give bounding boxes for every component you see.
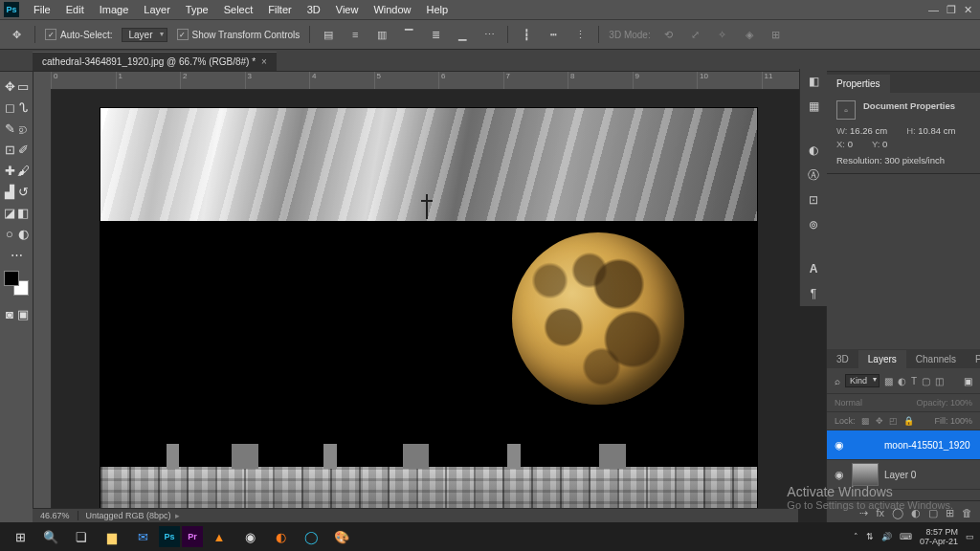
menu-edit[interactable]: Edit bbox=[59, 2, 91, 17]
edit-toolbar-icon[interactable]: ⋯ bbox=[3, 244, 30, 265]
align-left-icon[interactable]: ▤ bbox=[320, 26, 337, 43]
3d-scale-icon[interactable]: ⊞ bbox=[768, 26, 785, 43]
clone-tool-icon[interactable]: ▟ bbox=[3, 181, 16, 202]
blend-mode-dropdown[interactable]: Normal bbox=[835, 398, 862, 408]
tray-volume-icon[interactable]: 🔊 bbox=[881, 532, 892, 541]
document-canvas[interactable] bbox=[100, 108, 757, 525]
brush-tool-icon[interactable]: 🖌 bbox=[16, 160, 30, 181]
ruler-vertical[interactable] bbox=[33, 89, 52, 525]
styles-panel-icon[interactable]: Ⓐ bbox=[800, 163, 827, 187]
menu-filter[interactable]: Filter bbox=[261, 2, 298, 17]
blur-tool-icon[interactable]: ○ bbox=[3, 223, 16, 244]
align-center-v-icon[interactable]: ≣ bbox=[427, 26, 444, 43]
ruler-horizontal[interactable]: 01234567891011 bbox=[51, 72, 826, 90]
document-info[interactable]: Untagged RGB (8bpc) bbox=[86, 511, 171, 520]
search-icon[interactable]: 🔍 bbox=[36, 523, 65, 550]
tray-network-icon[interactable]: ⇅ bbox=[866, 532, 874, 541]
lock-pixels-icon[interactable]: ▩ bbox=[861, 416, 870, 426]
distribute-h-icon[interactable]: ┇ bbox=[518, 26, 535, 43]
paint-icon[interactable]: 🎨 bbox=[327, 523, 356, 550]
ruler-origin[interactable] bbox=[33, 72, 52, 90]
filter-toggle-icon[interactable]: ▣ bbox=[964, 376, 972, 386]
menu-view[interactable]: View bbox=[329, 2, 366, 17]
layer-name-label[interactable]: Layer 0 bbox=[884, 470, 916, 480]
tray-notifications-icon[interactable]: ▭ bbox=[966, 532, 974, 541]
filter-shape-icon[interactable]: ▢ bbox=[922, 376, 930, 386]
gradient-tool-icon[interactable]: ◧ bbox=[16, 202, 30, 223]
filter-type-icon[interactable]: T bbox=[911, 376, 917, 386]
layer-filter-kind-dropdown[interactable]: Kind bbox=[845, 374, 880, 387]
start-button-icon[interactable]: ⊞ bbox=[6, 523, 34, 550]
layer-name-label[interactable]: moon-415501_1920 bbox=[884, 440, 970, 451]
layer-visibility-icon[interactable]: ◉ bbox=[833, 469, 846, 481]
artboard-tool-icon[interactable]: ▭ bbox=[16, 76, 30, 97]
tray-language-icon[interactable]: ⌨ bbox=[900, 532, 912, 541]
3d-roll-icon[interactable]: ⤢ bbox=[687, 26, 704, 43]
learn-panel-icon[interactable]: ⊚ bbox=[800, 212, 827, 237]
tray-chevron-icon[interactable]: ˄ bbox=[854, 532, 858, 541]
menu-layer[interactable]: Layer bbox=[137, 2, 177, 17]
menu-file[interactable]: File bbox=[27, 2, 57, 17]
window-close-icon[interactable]: ✕ bbox=[964, 4, 972, 16]
align-top-icon[interactable]: ▔ bbox=[400, 26, 417, 43]
layer-visibility-icon[interactable]: ◉ bbox=[833, 439, 846, 452]
vlc-icon[interactable]: ▲ bbox=[205, 523, 234, 550]
align-right-icon[interactable]: ▥ bbox=[373, 26, 390, 43]
edge-icon[interactable]: ◯ bbox=[297, 523, 325, 550]
filter-smart-icon[interactable]: ◫ bbox=[935, 376, 944, 386]
filter-pixel-icon[interactable]: ▩ bbox=[884, 376, 893, 386]
menu-type[interactable]: Type bbox=[179, 2, 215, 17]
dodge-tool-icon[interactable]: ◐ bbox=[16, 223, 30, 244]
adjustments-panel-icon[interactable]: ◐ bbox=[800, 138, 827, 163]
frame-tool-icon[interactable]: ⊡ bbox=[3, 139, 16, 160]
libraries-panel-icon[interactable]: ⊡ bbox=[800, 187, 827, 212]
taskbar-photoshop-icon[interactable]: Ps bbox=[159, 526, 180, 547]
quick-select-tool-icon[interactable]: ✎ bbox=[3, 118, 16, 139]
color-swatches[interactable] bbox=[4, 271, 29, 296]
character-panel-icon[interactable]: A bbox=[800, 256, 827, 281]
auto-select-dropdown[interactable]: Layer bbox=[122, 28, 167, 42]
move-tool-preset-icon[interactable]: ✥ bbox=[8, 26, 25, 43]
3d-slide-icon[interactable]: ◈ bbox=[741, 26, 758, 43]
menu-select[interactable]: Select bbox=[217, 2, 260, 17]
menu-image[interactable]: Image bbox=[93, 2, 136, 17]
3d-pan-icon[interactable]: ✧ bbox=[714, 26, 731, 43]
tab-3d[interactable]: 3D bbox=[827, 350, 858, 368]
more-align-icon[interactable]: ⋯ bbox=[480, 26, 498, 43]
swatches-panel-icon[interactable]: ▦ bbox=[800, 94, 827, 119]
window-minimize-icon[interactable]: — bbox=[928, 4, 939, 16]
color-panel-icon[interactable]: ◧ bbox=[800, 69, 827, 94]
zoom-level[interactable]: 46.67% bbox=[40, 511, 70, 520]
auto-select-checkbox[interactable]: ✓Auto-Select: bbox=[45, 29, 112, 40]
lasso-tool-icon[interactable]: ᔐ bbox=[16, 97, 30, 118]
taskbar-premiere-icon[interactable]: Pr bbox=[182, 526, 203, 547]
screenmode-icon[interactable]: ▣ bbox=[16, 303, 30, 324]
document-tab[interactable]: cathedral-3464891_1920.jpg @ 66.7% (RGB/… bbox=[33, 52, 277, 71]
marquee-tool-icon[interactable]: ◻ bbox=[3, 97, 16, 118]
tab-channels[interactable]: Channels bbox=[906, 350, 966, 368]
task-view-icon[interactable]: ❏ bbox=[67, 523, 96, 550]
show-transform-checkbox[interactable]: ✓Show Transform Controls bbox=[177, 29, 301, 40]
window-restore-icon[interactable]: ❐ bbox=[947, 4, 956, 16]
crop-tool-icon[interactable]: ⟄ bbox=[16, 118, 30, 139]
foreground-color-swatch[interactable] bbox=[4, 271, 19, 286]
lock-all-icon[interactable]: 🔒 bbox=[903, 416, 914, 426]
move-tool-icon[interactable]: ✥ bbox=[3, 76, 16, 97]
distribute-v-icon[interactable]: ┅ bbox=[545, 26, 562, 43]
eraser-tool-icon[interactable]: ◪ bbox=[3, 202, 16, 223]
lock-position-icon[interactable]: ✥ bbox=[876, 416, 883, 426]
chrome-icon[interactable]: ◉ bbox=[235, 523, 264, 550]
quickmask-icon[interactable]: ◙ bbox=[3, 303, 16, 324]
lock-artboard-icon[interactable]: ◰ bbox=[889, 416, 898, 426]
tray-clock[interactable]: 8:57 PM 07-Apr-21 bbox=[920, 527, 958, 546]
healing-tool-icon[interactable]: ✚ bbox=[3, 160, 16, 181]
document-tab-close-icon[interactable]: × bbox=[261, 56, 267, 67]
history-brush-tool-icon[interactable]: ↺ bbox=[16, 181, 30, 202]
menu-3d[interactable]: 3D bbox=[301, 2, 327, 17]
menu-help[interactable]: Help bbox=[420, 2, 456, 17]
menu-window[interactable]: Window bbox=[367, 2, 417, 17]
tab-layers[interactable]: Layers bbox=[858, 350, 906, 368]
delete-layer-icon[interactable]: 🗑 bbox=[962, 507, 972, 518]
filter-adjust-icon[interactable]: ◐ bbox=[898, 376, 906, 386]
file-explorer-icon[interactable]: ▆ bbox=[98, 523, 126, 550]
